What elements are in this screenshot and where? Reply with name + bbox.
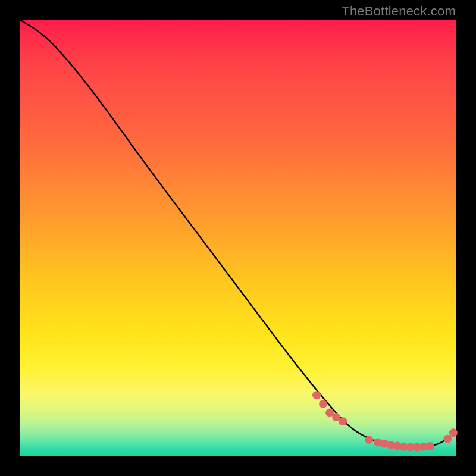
data-point xyxy=(426,442,434,450)
chart-frame: TheBottleneck.com xyxy=(0,0,476,476)
data-point xyxy=(319,400,327,408)
data-point xyxy=(339,417,347,425)
data-point xyxy=(312,391,321,399)
data-point xyxy=(443,435,452,443)
data-point xyxy=(449,428,458,437)
watermark-text: TheBottleneck.com xyxy=(342,4,456,19)
data-point xyxy=(365,436,373,444)
curve-line xyxy=(20,20,456,447)
data-markers xyxy=(312,391,458,451)
chart-svg xyxy=(20,20,456,456)
plot-area xyxy=(20,20,456,456)
